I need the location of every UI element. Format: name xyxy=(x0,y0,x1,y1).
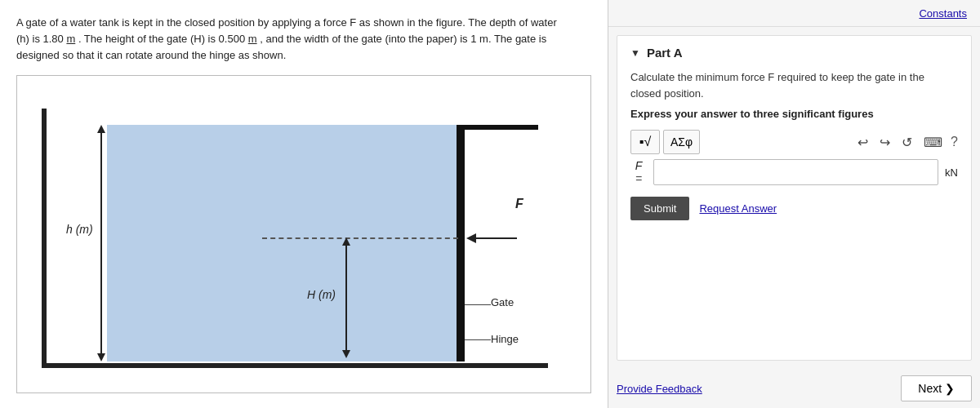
F-label: F xyxy=(515,197,523,211)
gate-label: Gate xyxy=(491,296,514,308)
right-panel: Constants ▼ Part A Calculate the minimum… xyxy=(608,0,980,408)
answer-unit: kN xyxy=(945,166,958,179)
toolbar-right: ↩ ↪ ↺ ⌨ ? xyxy=(854,133,958,152)
gate-horizontal-extension xyxy=(457,125,538,130)
buttons-row: Submit Request Answer xyxy=(630,197,958,220)
h-label: h (m) xyxy=(66,223,93,236)
answer-label-f: F xyxy=(635,159,643,172)
submit-button[interactable]: Submit xyxy=(630,197,689,220)
F-arrow-line xyxy=(476,237,517,239)
h-arrow xyxy=(96,125,107,361)
left-panel: A gate of a water tank is kept in the cl… xyxy=(0,0,608,408)
undo-button[interactable]: ↩ xyxy=(854,133,871,152)
h-arrow-line xyxy=(100,133,102,353)
water-area xyxy=(107,125,458,361)
sqrt-icon: ▪√ xyxy=(639,135,651,149)
tank-bottom xyxy=(42,363,548,368)
part-a-title: Part A xyxy=(647,46,683,60)
equals-sign: = xyxy=(635,172,642,185)
ase-button[interactable]: ΑΣφ xyxy=(663,130,700,154)
tank-left-wall xyxy=(42,109,47,366)
problem-line2: (h) is 1.80 m . The height of the gate (… xyxy=(16,33,546,45)
dashed-line xyxy=(262,237,458,239)
H-arrow-down xyxy=(342,350,350,358)
sqrt-button[interactable]: ▪√ xyxy=(630,130,660,154)
answer-label: F = xyxy=(630,159,647,185)
redo-button[interactable]: ↪ xyxy=(876,133,893,152)
gate-connector-line xyxy=(465,304,491,305)
h-arrow-down xyxy=(97,353,105,361)
keyboard-button[interactable]: ⌨ xyxy=(920,133,946,152)
request-answer-button[interactable]: Request Answer xyxy=(699,202,777,215)
part-a-description: Calculate the minimum force F required t… xyxy=(630,69,958,101)
H-arrow-line xyxy=(345,246,347,350)
gate-bar xyxy=(457,125,465,361)
collapse-icon[interactable]: ▼ xyxy=(630,47,640,59)
h-arrow-up xyxy=(97,125,105,133)
H-arrow xyxy=(341,237,352,358)
refresh-button[interactable]: ↺ xyxy=(898,133,915,152)
constants-link[interactable]: Constants xyxy=(919,7,967,20)
problem-text: A gate of a water tank is kept in the cl… xyxy=(16,15,591,64)
part-a-instruction: Express your answer to three significant… xyxy=(630,108,958,120)
part-a-section: ▼ Part A Calculate the minimum force F r… xyxy=(617,35,972,361)
next-button[interactable]: Next ❯ xyxy=(901,375,972,401)
feedback-link[interactable]: Provide Feedback xyxy=(617,383,702,395)
answer-row: F = kN xyxy=(630,159,958,185)
hinge-connector-line xyxy=(465,339,491,340)
help-icon: ? xyxy=(951,135,958,149)
part-a-header: ▼ Part A xyxy=(630,46,958,60)
math-toolbar: ▪√ ΑΣφ ↩ ↪ ↺ ⌨ ? xyxy=(630,130,958,154)
constants-bar: Constants xyxy=(608,0,980,27)
ase-icon: ΑΣφ xyxy=(670,135,693,149)
problem-line1: A gate of a water tank is kept in the cl… xyxy=(16,16,557,29)
problem-line3: designed so that it can rotate around th… xyxy=(16,49,286,61)
figure-container: h (m) H (m) F Gate Hinge xyxy=(16,75,591,393)
answer-input[interactable] xyxy=(653,159,938,185)
bottom-row: Provide Feedback Next ❯ xyxy=(608,369,980,408)
hinge-label: Hinge xyxy=(491,333,519,345)
F-arrow-head xyxy=(466,233,476,243)
H-label: H (m) xyxy=(307,288,336,301)
H-arrow-up xyxy=(342,237,350,246)
F-arrow xyxy=(466,233,517,243)
